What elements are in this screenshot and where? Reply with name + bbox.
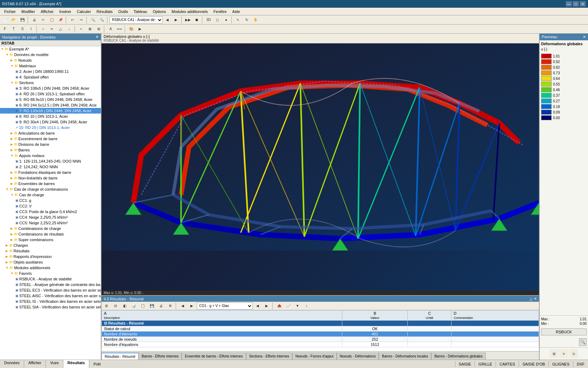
tree-item-modules[interactable]: ▼ 📁 Modules additionnels xyxy=(0,265,101,271)
save-btn[interactable]: 💾 xyxy=(18,16,27,24)
side-view-btn[interactable]: S xyxy=(18,25,27,33)
menu-outils[interactable]: Outils xyxy=(115,9,131,14)
menu-tableau[interactable]: Tableau xyxy=(131,9,150,14)
cut-btn[interactable]: ✂ xyxy=(39,16,47,24)
new-btn[interactable]: 📄 xyxy=(1,16,9,24)
menu-fichier[interactable]: Fichier xyxy=(1,9,19,14)
close-btn[interactable]: ✕ xyxy=(580,1,586,7)
zoom-in-btn[interactable]: 🔍 xyxy=(89,16,97,24)
paste-btn[interactable]: 📌 xyxy=(56,16,65,24)
anim-btn[interactable]: ▶ xyxy=(136,25,144,33)
rotate-btn[interactable]: ↻ xyxy=(243,16,251,24)
supports-btn[interactable]: △ xyxy=(56,25,65,33)
table-row[interactable]: Statut de calculOK xyxy=(102,326,539,332)
menu-afficher[interactable]: Afficher xyxy=(38,9,56,14)
right-tb-btn3[interactable]: ⊙ xyxy=(569,349,578,358)
right-tb-btn1[interactable]: ⊞ xyxy=(550,349,559,358)
btab-ensemble-efforts[interactable]: Ensemble de barres - Efforts internes xyxy=(182,353,246,360)
res-tb-btn6[interactable]: 💾 xyxy=(148,302,156,310)
window-controls[interactable]: — □ ✕ xyxy=(566,1,586,7)
nodes-btn[interactable]: ○ xyxy=(39,25,47,33)
redo-btn[interactable]: ↪ xyxy=(77,16,85,24)
tree-item-combresult[interactable]: ▶ 📁 Combinaisons de résultats xyxy=(0,231,101,237)
minimize-btn[interactable]: — xyxy=(566,1,572,7)
menu-options[interactable]: Options xyxy=(150,9,169,14)
tree-item-sec3[interactable]: ▣ 3: RO 108x5 | DIN 2448, DIN 2458; Acie… xyxy=(0,86,101,91)
res-combo[interactable]: CO1 - g + V + Glas xyxy=(197,302,253,309)
tree-item-steel4[interactable]: ▣ STEEL IS - Vérification des barres en … xyxy=(0,299,101,304)
res-tb-btn3[interactable]: ◧ xyxy=(120,302,129,310)
deform-btn[interactable]: ≈ xyxy=(77,25,85,33)
btab-barres-deform-globales[interactable]: Barres - Déformations globales xyxy=(431,353,486,360)
btn-glignes[interactable]: GLIGNES xyxy=(548,361,573,367)
nav-close-icon[interactable]: ✕ xyxy=(96,35,99,39)
copy-btn[interactable]: 📋 xyxy=(48,16,56,24)
results-expand-icon[interactable]: △ xyxy=(530,297,532,301)
open-btn[interactable]: 📂 xyxy=(9,16,18,24)
btn-saisie-ob[interactable]: SAISIE D'OB xyxy=(519,361,548,367)
iso-view-btn[interactable]: I xyxy=(27,25,35,33)
status-tab-resultats[interactable]: Résultats xyxy=(63,360,90,368)
table-row[interactable]: Nombre de noeuds252 xyxy=(102,337,539,342)
tree-item-mat4[interactable]: ▣ 4: Spiralseil offen xyxy=(0,74,101,80)
menu-aide[interactable]: Aide xyxy=(230,9,243,14)
prev-btn[interactable]: ◀ xyxy=(163,16,172,24)
tree-item-cc2[interactable]: ▣ CC2: V xyxy=(0,203,101,209)
tree-item-mat2[interactable]: ▣ 2: Acier | DIN 18800:1990-11 xyxy=(0,69,101,74)
tree-item-cas[interactable]: ▼ 📁 Cas de charge et combinaisons xyxy=(0,186,101,192)
tree-item-sec10[interactable]: ↗ 10: RD 20 | DIN 1013-1; Acier xyxy=(0,125,101,130)
menu-resultats[interactable]: Résultats xyxy=(94,9,115,14)
rsbuck-button[interactable]: RSBUCK xyxy=(541,328,587,335)
res-tb-btn2[interactable]: ⊟ xyxy=(111,302,120,310)
undo-btn[interactable]: ↩ xyxy=(68,16,77,24)
tree-item-noeuds[interactable]: ▶ 📁 Noeuds xyxy=(0,57,101,63)
btn-cartes[interactable]: CARTES xyxy=(496,361,518,367)
tree-item-excen[interactable]: ▶ 📁 Excentrement de barre xyxy=(0,136,101,142)
tree-item-cc4[interactable]: ▣ CC4: Neige 2,25/0,75 kN/m² xyxy=(0,214,101,220)
tree-item-sec6[interactable]: ▣ 6: RO 244.5x12.5 | DIN 2448, DIN 2458;… xyxy=(0,102,101,108)
next-btn[interactable]: ▶ xyxy=(172,16,180,24)
res-tb-prev2[interactable]: ◀ xyxy=(253,302,262,310)
table-row[interactable]: Nombre d'éléments401 xyxy=(102,332,539,337)
stress-btn[interactable]: ⊞ xyxy=(94,25,103,33)
tree-item-sec9[interactable]: ▣ 9: RO 30x4 | DIN 2448, DIN 2458; Acier xyxy=(0,119,101,125)
tree-item-sec4[interactable]: ▣ 4: RD 26 | DIN 1013-1; Spiralseil offe… xyxy=(0,91,101,97)
tree-item-donnees[interactable]: ▼ 📁 Données de modèle xyxy=(0,52,101,57)
print-btn[interactable]: 🖨 xyxy=(30,16,38,24)
tree-item-resultats[interactable]: ▶ 📁 Résultats xyxy=(0,248,101,254)
tree-item-div[interactable]: ▶ 📁 Divisions de barre xyxy=(0,142,101,147)
res-tb-next[interactable]: ▶ xyxy=(188,302,196,310)
btab-noeuds-forces[interactable]: Noeuds - Forces d'appui xyxy=(292,353,337,360)
btab-noeuds-deform[interactable]: Noeuds - Déformations xyxy=(337,353,379,360)
bars-btn[interactable]: ━ xyxy=(48,25,56,33)
res-tb-btn8[interactable]: ⚙ xyxy=(166,302,174,310)
menu-modifier[interactable]: Modifier xyxy=(19,9,38,14)
tree-item-cc1[interactable]: ▣ CC1: g xyxy=(0,198,101,203)
btn-grille[interactable]: GRILLE xyxy=(475,361,496,367)
res-tb-sort[interactable]: ↕ xyxy=(302,302,311,310)
right-tb-btn2[interactable]: ≡ xyxy=(559,349,568,358)
tree-item-cc3[interactable]: ▣ CC3: Poids de la glace 0,4 kN/m2 xyxy=(0,209,101,214)
res-tb-chart[interactable]: 📈 xyxy=(284,302,293,310)
run-btn[interactable]: ▶▶ xyxy=(184,16,192,24)
top-view-btn[interactable]: T xyxy=(9,25,18,33)
dim-btn[interactable]: ⟺ xyxy=(115,25,124,33)
tree-item-rsbuck[interactable]: ▣ RSBUCK - Analyse de stabilité xyxy=(0,276,101,282)
res-tb-filter[interactable]: ▼ xyxy=(293,302,302,310)
res-tb-btn1[interactable]: ⊞ xyxy=(102,302,111,310)
render-btn[interactable]: ● xyxy=(222,16,230,24)
btab-resume[interactable]: Résultats - Résumé xyxy=(102,353,139,360)
tree-item-steel1[interactable]: ▣ STEEL - Analyse générale de contrainte… xyxy=(0,282,101,287)
tree-item-steel3[interactable]: ▣ STEEL AISC - Vérification des barres e… xyxy=(0,293,101,299)
table-row[interactable]: ⊟ Résultats - Résumé xyxy=(102,321,539,326)
tree-item-appuis[interactable]: ▼ 📁 Appuis nodaux xyxy=(0,153,101,158)
menu-modules[interactable]: Modules additionnels xyxy=(169,9,210,14)
tree-item-materiaux[interactable]: ▼ 📁 Matériaux xyxy=(0,63,101,69)
tree-item-steel5[interactable]: ▣ STEEL SIA - Vérification des barres en… xyxy=(0,304,101,310)
res-tb-export[interactable]: 📤 xyxy=(275,302,284,310)
menu-fenetre[interactable]: Fenêtre xyxy=(211,9,230,14)
btn-saisie[interactable]: SAISIE xyxy=(455,361,475,367)
tree-item-app1[interactable]: ▣ 1: 126-131,144,243-245; OOO NNN xyxy=(0,158,101,164)
menu-calculer[interactable]: Calculer xyxy=(74,9,93,14)
tree-item-ensembles[interactable]: ▶ 📁 Ensembles de barres xyxy=(0,181,101,186)
